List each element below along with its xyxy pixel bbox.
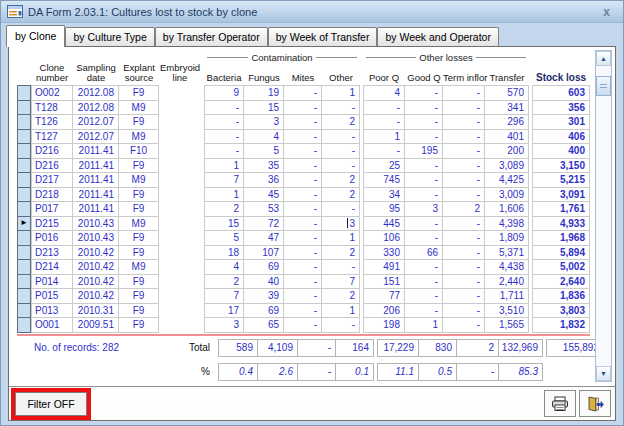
tab-by-transfer-operator[interactable]: by Transfer Operator <box>155 27 268 46</box>
print-button[interactable] <box>544 390 576 417</box>
cell-other[interactable]: 2 <box>322 172 360 188</box>
cell-other[interactable]: - <box>322 158 360 174</box>
cell-transfer[interactable]: 3,009 <box>485 187 529 203</box>
record-selector[interactable] <box>17 85 31 101</box>
cell-mites[interactable]: - <box>284 172 322 188</box>
cell-clone[interactable]: P015 <box>31 288 73 304</box>
record-selector[interactable] <box>17 259 31 275</box>
cell-mites[interactable]: - <box>284 216 322 232</box>
cell-transfer[interactable]: 1,809 <box>485 230 529 246</box>
cell-explant[interactable]: F9 <box>119 303 159 319</box>
cell-good_q[interactable]: 66 <box>405 245 443 261</box>
cell-stock_loss[interactable]: 2,640 <box>532 274 590 290</box>
cell-transfer[interactable]: 3,510 <box>485 303 529 319</box>
cell-transfer[interactable]: 570 <box>485 85 529 101</box>
cell-bacteria[interactable]: 5 <box>204 230 244 246</box>
cell-term_inflor[interactable]: - <box>443 129 485 145</box>
cell-transfer[interactable]: 200 <box>485 143 529 159</box>
cell-explant[interactable]: F9 <box>119 288 159 304</box>
cell-sampling[interactable]: 2012.07 <box>73 129 119 145</box>
cell-embryoid[interactable] <box>159 85 201 101</box>
cell-embryoid[interactable] <box>159 158 201 174</box>
cell-embryoid[interactable] <box>159 259 201 275</box>
cell-good_q[interactable]: - <box>405 230 443 246</box>
cell-poor_q[interactable]: 95 <box>363 201 405 217</box>
filter-toggle-button[interactable]: Filter OFF <box>15 392 87 416</box>
cell-bacteria[interactable]: - <box>204 143 244 159</box>
record-selector[interactable] <box>17 274 31 290</box>
cell-term_inflor[interactable]: - <box>443 143 485 159</box>
cell-term_inflor[interactable]: - <box>443 274 485 290</box>
cell-embryoid[interactable] <box>159 216 201 232</box>
cell-poor_q[interactable]: 1 <box>363 129 405 145</box>
cell-bacteria[interactable]: 7 <box>204 288 244 304</box>
cell-good_q[interactable]: - <box>405 259 443 275</box>
cell-fungus[interactable]: 107 <box>244 245 284 261</box>
cell-mites[interactable]: - <box>284 259 322 275</box>
cell-explant[interactable]: M9 <box>119 129 159 145</box>
record-selector[interactable] <box>17 230 31 246</box>
cell-poor_q[interactable]: 151 <box>363 274 405 290</box>
cell-embryoid[interactable] <box>159 114 201 130</box>
cell-sampling[interactable]: 2011.41 <box>73 187 119 203</box>
cell-mites[interactable]: - <box>284 114 322 130</box>
cell-term_inflor[interactable]: - <box>443 85 485 101</box>
cell-good_q[interactable]: - <box>405 129 443 145</box>
cell-clone[interactable]: T127 <box>31 129 73 145</box>
cell-bacteria[interactable]: - <box>204 114 244 130</box>
cell-good_q[interactable]: - <box>405 114 443 130</box>
record-selector[interactable] <box>17 114 31 130</box>
cell-explant[interactable]: F9 <box>119 158 159 174</box>
cell-bacteria[interactable]: 17 <box>204 303 244 319</box>
cell-mites[interactable]: - <box>284 303 322 319</box>
cell-good_q[interactable]: 195 <box>405 143 443 159</box>
cell-transfer[interactable]: 4,398 <box>485 216 529 232</box>
cell-stock_loss[interactable]: 1,968 <box>532 230 590 246</box>
cell-fungus[interactable]: 36 <box>244 172 284 188</box>
cell-fungus[interactable]: 47 <box>244 230 284 246</box>
cell-fungus[interactable]: 45 <box>244 187 284 203</box>
cell-transfer[interactable]: 4,438 <box>485 259 529 275</box>
cell-bacteria[interactable]: 1 <box>204 187 244 203</box>
cell-term_inflor[interactable]: 2 <box>443 201 485 217</box>
cell-other[interactable]: 1 <box>322 85 360 101</box>
cell-fungus[interactable]: 35 <box>244 158 284 174</box>
cell-mites[interactable]: - <box>284 129 322 145</box>
cell-bacteria[interactable]: - <box>204 100 244 116</box>
cell-term_inflor[interactable]: - <box>443 288 485 304</box>
cell-poor_q[interactable]: - <box>363 114 405 130</box>
tab-by-week-of-transfer[interactable]: by Week of Transfer <box>268 27 378 46</box>
cell-embryoid[interactable] <box>159 317 201 333</box>
cell-explant[interactable]: M9 <box>119 172 159 188</box>
cell-sampling[interactable]: 2010.43 <box>73 230 119 246</box>
cell-clone[interactable]: O002 <box>31 85 73 101</box>
cell-embryoid[interactable] <box>159 143 201 159</box>
cell-mites[interactable]: - <box>284 143 322 159</box>
cell-sampling[interactable]: 2011.41 <box>73 172 119 188</box>
cell-term_inflor[interactable]: - <box>443 187 485 203</box>
cell-bacteria[interactable]: 18 <box>204 245 244 261</box>
cell-clone[interactable]: P017 <box>31 201 73 217</box>
cell-sampling[interactable]: 2009.51 <box>73 317 119 333</box>
cell-explant[interactable]: F9 <box>119 201 159 217</box>
cell-mites[interactable]: - <box>284 100 322 116</box>
cell-embryoid[interactable] <box>159 274 201 290</box>
scroll-up-icon[interactable]: ▲ <box>596 51 611 66</box>
record-selector[interactable] <box>17 288 31 304</box>
cell-poor_q[interactable]: 445 <box>363 216 405 232</box>
cell-sampling[interactable]: 2011.41 <box>73 158 119 174</box>
cell-other[interactable]: - <box>322 143 360 159</box>
cell-good_q[interactable]: - <box>405 303 443 319</box>
cell-fungus[interactable]: 5 <box>244 143 284 159</box>
record-selector[interactable] <box>17 100 31 116</box>
cell-poor_q[interactable]: 34 <box>363 187 405 203</box>
cell-mites[interactable]: - <box>284 230 322 246</box>
cell-transfer[interactable]: 1,565 <box>485 317 529 333</box>
record-selector[interactable] <box>17 187 31 203</box>
record-selector[interactable] <box>17 245 31 261</box>
cell-good_q[interactable]: - <box>405 216 443 232</box>
cell-poor_q[interactable]: 745 <box>363 172 405 188</box>
cell-clone[interactable]: D213 <box>31 245 73 261</box>
cell-poor_q[interactable]: 106 <box>363 230 405 246</box>
record-selector[interactable] <box>17 317 31 333</box>
